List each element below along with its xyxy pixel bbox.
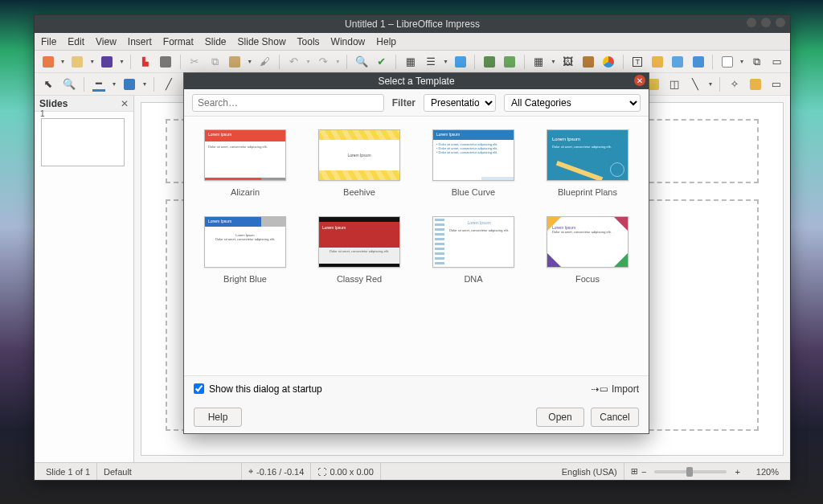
slides-panel-close-icon[interactable]: ✕	[121, 98, 129, 109]
export-pdf-button[interactable]: ▙	[137, 53, 154, 71]
insert-table-button[interactable]: ▦	[530, 53, 547, 71]
cancel-button[interactable]: Cancel	[591, 408, 639, 427]
redo-button[interactable]: ↷	[314, 53, 331, 71]
delete-slide-button[interactable]: ▭	[768, 53, 785, 71]
redo-dropdown[interactable]: ▾	[335, 53, 342, 71]
insert-fontwork-button[interactable]	[649, 53, 666, 71]
glue-tool-button[interactable]	[747, 76, 764, 93]
template-name: Blue Curve	[452, 187, 495, 197]
menu-slide[interactable]: Slide	[205, 36, 227, 47]
new-slide-button[interactable]	[719, 53, 735, 71]
status-language[interactable]: English (USA)	[555, 463, 624, 480]
separator	[712, 55, 713, 69]
display-grid-button[interactable]: ▦	[402, 53, 419, 71]
zoom-fit-button[interactable]: ⊞	[631, 466, 638, 477]
crop-button[interactable]: ◫	[665, 76, 683, 93]
start-from-current-button[interactable]	[501, 53, 518, 71]
template-bright-blue[interactable]: Lorem Ipsum Lorem Ipsum Dolor sit amet, …	[192, 216, 298, 284]
filter-button[interactable]: ╲	[686, 76, 704, 93]
slides-panel: Slides ✕ 1	[35, 96, 134, 462]
close-button[interactable]	[776, 18, 785, 27]
zoom-percent[interactable]: 120%	[750, 463, 785, 480]
spellcheck-button[interactable]: ✔	[373, 53, 390, 71]
import-button[interactable]: ⇢▭ Import	[592, 383, 639, 395]
insert-hyperlink-button[interactable]	[669, 53, 686, 71]
undo-button[interactable]: ↶	[285, 53, 302, 71]
zoom-tool-button[interactable]: 🔍	[60, 76, 78, 93]
clone-format-button[interactable]: 🖌	[256, 53, 273, 71]
menu-tools[interactable]: Tools	[297, 36, 320, 47]
menu-edit[interactable]: Edit	[68, 36, 84, 47]
new-document-dropdown[interactable]: ▾	[59, 53, 66, 71]
open-button[interactable]	[69, 53, 86, 71]
standard-toolbar: ▾ ▾ ▾ ▙ ✂ ⧉ ▾ 🖌 ↶ ▾ ↷ ▾ 🔍 ✔ ▦ ☰ ▾ ▦ ▾ 🖼	[35, 51, 790, 73]
extrusion-button[interactable]: ▭	[768, 76, 785, 93]
select-tool-button[interactable]: ⬉	[39, 76, 57, 93]
menu-help[interactable]: Help	[376, 36, 396, 47]
fill-color-button[interactable]	[121, 76, 138, 93]
show-at-startup-input[interactable]	[194, 383, 204, 394]
insert-image-button[interactable]: 🖼	[559, 53, 576, 71]
line-color-dropdown[interactable]: ▾	[111, 76, 117, 93]
fill-color-dropdown[interactable]: ▾	[141, 76, 148, 93]
show-at-startup-checkbox[interactable]: Show this dialog at startup	[194, 383, 322, 395]
cut-button[interactable]: ✂	[186, 53, 203, 71]
save-button[interactable]	[99, 53, 116, 71]
new-slide-dropdown[interactable]: ▾	[739, 53, 745, 71]
slides-panel-title: Slides	[39, 98, 68, 109]
menu-window[interactable]: Window	[331, 36, 366, 47]
save-dropdown[interactable]: ▾	[119, 53, 125, 71]
menu-view[interactable]: View	[96, 36, 117, 47]
filter-dropdown[interactable]: ▾	[707, 76, 714, 93]
new-document-button[interactable]	[39, 53, 56, 71]
template-beehive[interactable]: Lorem Ipsum Beehive	[306, 129, 412, 197]
insert-textbox-button[interactable]: T	[629, 53, 646, 71]
print-button[interactable]	[157, 53, 174, 71]
template-blue-curve[interactable]: Lorem Ipsum Dolor sit amet, consectetur …	[420, 129, 526, 197]
master-slide-button[interactable]	[452, 53, 469, 71]
category-select[interactable]: All Categories	[504, 94, 641, 112]
insert-table-dropdown[interactable]: ▾	[551, 53, 557, 71]
zoom-out-button[interactable]: −	[641, 467, 646, 477]
minimize-button[interactable]	[747, 18, 756, 27]
status-position: ⌖ -0.16 / -0.14	[242, 463, 311, 480]
slide-thumbnail[interactable]: 1	[41, 118, 125, 166]
display-views-dropdown[interactable]: ▾	[443, 53, 449, 71]
open-button[interactable]: Open	[536, 408, 584, 427]
template-alizarin[interactable]: Lorem Ipsum Dolor sit amet, consectetur …	[192, 129, 298, 197]
template-focus[interactable]: Lorem Ipsum Dolor sit amet, consectetur …	[534, 216, 641, 284]
menu-slideshow[interactable]: Slide Show	[238, 36, 286, 47]
paste-dropdown[interactable]: ▾	[247, 53, 253, 71]
zoom-slider[interactable]	[654, 470, 727, 473]
line-color-button[interactable]: ━	[90, 76, 108, 93]
separator	[623, 55, 624, 69]
zoom-in-button[interactable]: +	[735, 467, 739, 477]
display-views-button[interactable]: ☰	[422, 53, 439, 71]
find-button[interactable]: 🔍	[353, 53, 370, 71]
template-thumbnail: Lorem Ipsum Dolor sit amet, consectetur …	[547, 216, 629, 268]
paste-button[interactable]	[227, 53, 244, 71]
menu-file[interactable]: File	[41, 36, 56, 47]
template-search-input[interactable]	[192, 94, 384, 112]
open-dropdown[interactable]: ▾	[89, 53, 96, 71]
filter-select[interactable]: Presentations	[424, 94, 496, 112]
maximize-button[interactable]	[761, 18, 771, 27]
undo-dropdown[interactable]: ▾	[305, 53, 312, 71]
insert-av-button[interactable]	[579, 53, 596, 71]
duplicate-slide-button[interactable]: ⧉	[748, 53, 765, 71]
help-button[interactable]: Help	[194, 408, 242, 427]
insert-chart-button[interactable]	[600, 53, 617, 71]
start-from-first-button[interactable]	[481, 53, 497, 71]
copy-button[interactable]: ⧉	[207, 53, 223, 71]
separator	[130, 55, 131, 69]
menu-insert[interactable]: Insert	[128, 36, 152, 47]
points-tool-button[interactable]: ✧	[726, 76, 743, 93]
insert-special-char-button[interactable]	[690, 53, 706, 71]
dialog-close-button[interactable]: ✕	[634, 75, 645, 86]
template-dna[interactable]: Lorem Ipsum Dolor sit amet, consectetur …	[420, 216, 526, 284]
template-classy-red[interactable]: Lorem Ipsum Dolor sit amet, consectetur …	[306, 216, 412, 284]
line-tool-button[interactable]: ╱	[160, 76, 178, 93]
menu-format[interactable]: Format	[163, 36, 194, 47]
template-thumbnail: Lorem Ipsum Dolor sit amet, consectetur …	[432, 129, 514, 181]
template-blueprint-plans[interactable]: Lorem Ipsum Dolor sit amet, consectetur …	[534, 129, 641, 197]
